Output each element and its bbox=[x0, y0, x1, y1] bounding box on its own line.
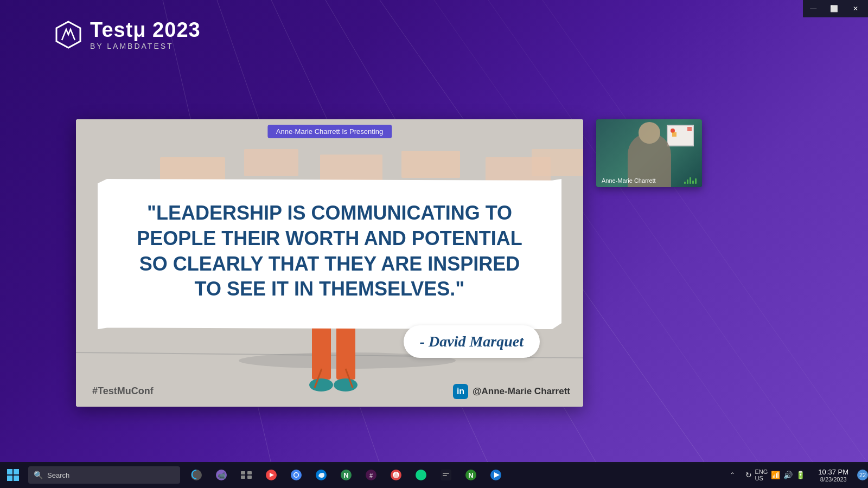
clock-time: 10:37 PM bbox=[818, 468, 848, 476]
svg-rect-38 bbox=[247, 476, 252, 479]
svg-text:📹: 📹 bbox=[218, 471, 226, 479]
taskbar: 🔍 Search 📹 bbox=[0, 462, 868, 488]
camera-whiteboard bbox=[667, 125, 694, 146]
svg-point-51 bbox=[416, 470, 426, 480]
app1-icon: N bbox=[340, 468, 353, 481]
taskbar-icon-chrome2[interactable] bbox=[384, 463, 408, 487]
close-button[interactable]: ✕ bbox=[845, 0, 866, 17]
taskbar-icon-media[interactable] bbox=[484, 463, 508, 487]
svg-point-43 bbox=[295, 473, 298, 477]
audio-bar-1 bbox=[684, 182, 686, 184]
svg-rect-30 bbox=[7, 476, 12, 481]
taskbar-icon-n[interactable]: N bbox=[459, 463, 483, 487]
teams-icon: 📹 bbox=[215, 468, 228, 481]
logo-area: Testμ 2023 BY LAMBDATEST bbox=[54, 19, 201, 50]
sync-icon[interactable]: ↻ bbox=[745, 471, 752, 479]
svg-text:N: N bbox=[468, 471, 473, 479]
clock-area[interactable]: 10:37 PM 8/23/2023 bbox=[812, 468, 855, 483]
start-button[interactable] bbox=[0, 462, 26, 488]
linkedin-username: @Anne-Marie Charrett bbox=[473, 386, 570, 397]
taskbar-app-icons: 📹 bbox=[184, 463, 508, 487]
battery-icon[interactable]: 🔋 bbox=[796, 471, 805, 479]
figma-icon bbox=[414, 468, 427, 481]
taskbar-icon-edge[interactable] bbox=[184, 463, 208, 487]
taskview-icon bbox=[240, 468, 253, 481]
taskbar-icon-app1[interactable]: N bbox=[334, 463, 358, 487]
camera-person-head bbox=[639, 122, 660, 144]
n-icon: N bbox=[464, 468, 477, 481]
edge-icon bbox=[190, 468, 203, 481]
show-hidden-icons[interactable]: ⌃ bbox=[726, 463, 739, 487]
search-label: Search bbox=[47, 471, 69, 479]
audio-bar-4 bbox=[692, 181, 694, 184]
audio-bar-2 bbox=[687, 179, 688, 184]
quote-text: "LEADERSHIP IS COMMUNICATING TO PEOPLE T… bbox=[125, 201, 534, 302]
camera-label: Anne-Marie Charrett bbox=[602, 177, 656, 184]
taskbar-icon-chrome[interactable] bbox=[284, 463, 308, 487]
windows-logo-icon bbox=[7, 469, 19, 481]
restore-button[interactable]: ⬜ bbox=[824, 0, 845, 17]
taskbar-search[interactable]: 🔍 Search bbox=[28, 466, 180, 484]
wifi-icon[interactable]: 📶 bbox=[771, 471, 780, 479]
notification-badge[interactable]: 22 bbox=[857, 470, 868, 480]
chrome-icon bbox=[290, 468, 303, 481]
svg-rect-35 bbox=[241, 471, 245, 474]
presentation-slide: Anne-Marie Charrett Is Presenting bbox=[76, 119, 583, 407]
language-indicator[interactable]: ENGUS bbox=[755, 468, 768, 481]
edge-blue-icon bbox=[315, 468, 328, 481]
main-background: — ⬜ ✕ Testμ 2023 BY LAMBDATEST Anne-Mari… bbox=[0, 0, 868, 464]
taskbar-icon-dark[interactable] bbox=[434, 463, 458, 487]
logo-title: Testμ 2023 bbox=[90, 19, 201, 42]
svg-rect-28 bbox=[7, 469, 12, 474]
audio-bar-5 bbox=[695, 178, 697, 184]
attribution-text: - David Marquet bbox=[420, 333, 524, 350]
svg-rect-15 bbox=[532, 149, 583, 176]
svg-text:#: # bbox=[369, 472, 373, 479]
logo-subtitle: BY LAMBDATEST bbox=[90, 42, 201, 50]
window-title-bar: — ⬜ ✕ bbox=[803, 0, 868, 17]
chevron-up-icon: ⌃ bbox=[730, 471, 735, 479]
svg-rect-31 bbox=[14, 476, 19, 481]
svg-rect-12 bbox=[320, 155, 382, 183]
attribution-pill: - David Marquet bbox=[404, 325, 540, 358]
linkedin-handle: in @Anne-Marie Charrett bbox=[453, 384, 570, 399]
slack-icon: # bbox=[365, 468, 378, 481]
taskbar-icon-video[interactable] bbox=[259, 463, 283, 487]
taskbar-icon-taskview[interactable] bbox=[234, 463, 258, 487]
content-area: Anne-Marie Charrett Is Presenting bbox=[76, 119, 702, 407]
svg-text:N: N bbox=[343, 471, 348, 479]
svg-rect-13 bbox=[401, 151, 460, 178]
svg-rect-36 bbox=[247, 471, 252, 474]
presenter-badge: Anne-Marie Charrett Is Presenting bbox=[267, 125, 392, 138]
logo-text: Testμ 2023 BY LAMBDATEST bbox=[90, 19, 201, 50]
taskbar-icon-figma[interactable] bbox=[409, 463, 433, 487]
audio-bar-3 bbox=[690, 177, 691, 184]
system-tray: ⌃ ↻ ENGUS 📶 🔊 🔋 10:37 PM 8/23/2023 22 bbox=[726, 462, 869, 488]
svg-rect-54 bbox=[443, 475, 447, 476]
dark-app-icon bbox=[439, 468, 452, 481]
clock-date: 8/23/2023 bbox=[820, 476, 847, 483]
minimize-button[interactable]: — bbox=[803, 0, 824, 17]
taskbar-icon-edge2[interactable] bbox=[309, 463, 333, 487]
search-icon: 🔍 bbox=[34, 471, 43, 479]
media-icon bbox=[489, 468, 502, 481]
tray-icons: ↻ ENGUS 📶 🔊 🔋 bbox=[739, 468, 812, 481]
sound-icon[interactable]: 🔊 bbox=[783, 471, 793, 479]
camera-feed: Anne-Marie Charrett bbox=[596, 119, 702, 187]
svg-rect-11 bbox=[244, 149, 298, 176]
svg-point-23 bbox=[309, 378, 333, 391]
chrome2-icon bbox=[390, 468, 403, 481]
taskbar-icon-teams[interactable]: 📹 bbox=[209, 463, 233, 487]
slide-background: "LEADERSHIP IS COMMUNICATING TO PEOPLE T… bbox=[76, 119, 583, 407]
camera-audio-bars bbox=[684, 176, 697, 184]
linkedin-icon: in bbox=[453, 384, 468, 399]
quote-paper: "LEADERSHIP IS COMMUNICATING TO PEOPLE T… bbox=[98, 179, 561, 329]
taskbar-icon-slack[interactable]: # bbox=[359, 463, 383, 487]
svg-rect-29 bbox=[14, 469, 19, 474]
testmu-logo-icon bbox=[54, 21, 82, 49]
hashtag: #TestMuConf bbox=[92, 386, 154, 397]
svg-point-24 bbox=[334, 378, 358, 391]
svg-rect-37 bbox=[241, 476, 245, 479]
svg-rect-53 bbox=[443, 473, 449, 474]
video-icon bbox=[265, 468, 278, 481]
